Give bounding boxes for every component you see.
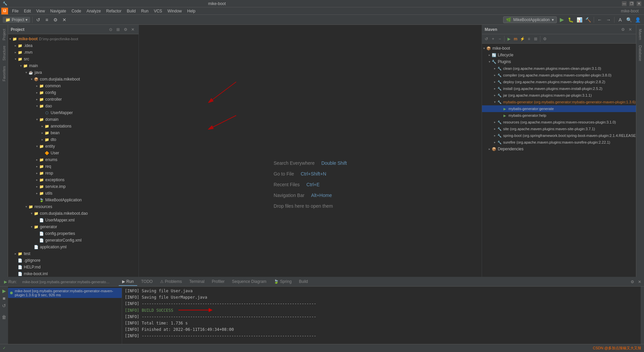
project-selector[interactable]: 📁 Project ▾ [3,17,30,23]
maven-close-btn[interactable]: ✕ [627,27,633,33]
toolbar-avatar-btn[interactable]: 👤 [634,16,641,23]
menu-run[interactable]: Run [139,8,151,14]
menu-refactor[interactable]: Refactor [104,8,124,14]
tree-item-dto[interactable]: ▸ 📁 dto [8,136,139,143]
tree-item-root[interactable]: ▾ 📁 mike-boot D:\my-project\mike-boot [8,36,139,42]
run-tab-run[interactable]: ▶ Run [119,278,137,286]
toolbar-sync-btn[interactable]: ↺ [35,16,42,23]
run-process-label[interactable]: mike-boot [org.mybatis.generator:mybatis… [19,280,113,284]
maven-item-install[interactable]: ▸ 🔧 install (org.apache.maven.plugins:ma… [482,85,636,92]
menu-code[interactable]: Code [69,8,84,14]
tree-item-resources[interactable]: ▾ 📁 resources [8,203,139,210]
tree-item-test[interactable]: ▸ 📁 test [8,250,139,257]
menu-navigate[interactable]: Navigate [48,8,69,14]
maven-item-root[interactable]: ▾ 📦 mike-boot [482,45,636,52]
tree-item-utils[interactable]: ▸ 📁 utils [8,190,139,197]
maven-tree-view-btn[interactable]: ⊞ [533,36,539,42]
maven-item-jar[interactable]: ▸ 🔧 jar (org.apache.maven.plugins:maven-… [482,92,636,99]
maven-run-btn[interactable]: ▶ [506,36,512,42]
run-button[interactable]: ▶ [558,16,566,23]
maven-remove-btn[interactable]: − [497,36,503,42]
menu-vcs[interactable]: VCS [151,8,165,14]
tree-item-generator-xml[interactable]: ▸ 📄 generatorConfig.xml [8,237,139,244]
left-tab-structure[interactable]: Structure [1,43,7,63]
maven-item-clean[interactable]: ▸ 🔧 clean (org.apache.maven.plugins:mave… [482,65,636,72]
tree-item-src[interactable]: ▾ 📁 src [8,56,139,62]
tree-item-pkg-root[interactable]: ▾ 📦 com.duojiala.mikeboot [8,76,139,83]
tree-item-mikeboottapp[interactable]: ▸ 🍃 MikeBootApplication [8,197,139,203]
maven-item-surefire[interactable]: ▸ 🔧 surefire (org.apache.maven.plugins:m… [482,139,636,146]
run-stop-btn[interactable]: ■ [1,295,7,301]
tree-item-mikebootiml[interactable]: ▸ 📄 mike-boot.iml [8,270,139,277]
debug-button[interactable]: 🐛 [567,16,574,23]
maven-m-btn[interactable]: m [513,36,519,42]
menu-edit[interactable]: Edit [21,8,34,14]
maven-item-generate[interactable]: ▸ ▶ mybatis-generator:generate [482,105,636,112]
maven-item-dependencies[interactable]: ▸ 📦 Dependencies [482,146,636,152]
tree-item-dao-res-pkg[interactable]: ▾ 📁 com.duojiala.mikeboot.dao [8,210,139,217]
toolbar-tree-btn[interactable]: ≡ [43,16,51,23]
maven-toggle-btn[interactable]: ≡ [526,36,532,42]
maven-refresh-btn[interactable]: ↺ [483,36,489,42]
left-tab-favorites[interactable]: Favorites [1,63,7,84]
tree-item-main[interactable]: ▾ 📁 main [8,62,139,69]
run-tab-spring[interactable]: 🍃 Spring [270,278,295,286]
tree-item-dao[interactable]: ▾ 📁 dao [8,103,139,109]
tree-item-enums[interactable]: ▸ 📁 enums [8,156,139,163]
maven-item-deploy[interactable]: ▸ 🔧 deploy (org.apache.maven.plugins:mav… [482,79,636,85]
maven-item-site[interactable]: ▸ 🔧 site (org.apache.maven.plugins:maven… [482,125,636,132]
tree-item-java[interactable]: ▾ ☕ java [8,69,139,76]
tree-item-domain[interactable]: ▾ 📁 domain [8,116,139,123]
run-settings-btn[interactable]: ⚙ [629,279,635,285]
tree-item-usermapper[interactable]: ▸ ⬡ UserMapper [8,109,139,116]
panel-settings[interactable]: ⚙ [122,27,128,33]
maven-settings-btn[interactable]: ⚙ [620,27,626,33]
run-play-btn[interactable]: ▶ [1,288,7,294]
maximize-button[interactable]: ❐ [629,1,634,6]
run-tab-profiler[interactable]: Profiler [209,278,228,286]
right-tab-maven[interactable]: Maven [637,26,644,43]
tree-item-annotations[interactable]: ▸ 📁 annotations [8,123,139,130]
left-tab-project[interactable]: Project [1,26,7,43]
run-tab-todo[interactable]: TODO [138,278,156,286]
maven-item-spring-boot[interactable]: ▸ 🔧 spring-boot (org.springframework.boo… [482,132,636,139]
panel-close[interactable]: ✕ [130,27,136,33]
coverage-button[interactable]: 📊 [576,16,583,23]
tree-item-common[interactable]: ▸ 📁 common [8,83,139,89]
tree-item-usermapper-xml[interactable]: ▸ 📄 UserMapper.xml [8,217,139,223]
toolbar-close-btn[interactable]: ✕ [61,16,68,23]
menu-analyze[interactable]: Analyze [84,8,104,14]
tree-item-config[interactable]: ▸ 📁 config [8,89,139,96]
toolbar-settings-btn[interactable]: ⚙ [52,16,59,23]
tree-item-resp[interactable]: ▸ 📁 resp [8,170,139,177]
tree-item-req[interactable]: ▸ 📁 req [8,163,139,170]
run-restart-btn[interactable]: ↺ [1,303,7,309]
tree-item-entity[interactable]: ▾ 📁 entity [8,143,139,150]
maven-item-mybatis-gen[interactable]: ▾ 🔧 mybatis-generator (org.mybatis.gener… [482,99,636,105]
run-tab-problems[interactable]: ⚠ Problems [157,278,185,286]
tree-item-application-yml[interactable]: ▸ 📄 application.yml [8,244,139,250]
maven-item-resources[interactable]: ▸ 🔧 resources (org.apache.maven.plugins:… [482,119,636,125]
tree-item-user[interactable]: ▸ 🔶 User [8,150,139,156]
maven-add-btn[interactable]: + [490,36,496,42]
maven-item-compiler[interactable]: ▸ 🔧 compiler (org.apache.maven.plugins:m… [482,72,636,79]
tree-item-helpmd[interactable]: ▸ 📄 HELP.md [8,264,139,270]
menu-help[interactable]: Help [184,8,198,14]
run-clear-btn[interactable]: 🗑 [1,314,7,320]
toolbar-translate-btn[interactable]: A [616,16,624,23]
tree-item-bean[interactable]: ▸ 📁 bean [8,130,139,136]
close-button[interactable]: ✕ [637,1,641,6]
tree-item-gitignore[interactable]: ▸ 📄 .gitignore [8,257,139,264]
maven-item-lifecycle[interactable]: ▸ 🔄 Lifecycle [482,52,636,58]
right-tab-database[interactable]: Database [637,43,644,64]
toolbar-build-btn[interactable]: 🔨 [584,16,592,23]
menu-window[interactable]: Window [165,8,184,14]
maven-skip-btn[interactable]: ⚡ [519,36,525,42]
menu-build[interactable]: Build [124,8,139,14]
panel-scroll-from-source[interactable]: ⊙ [108,27,114,33]
maven-item-help[interactable]: ▸ ▶ mybatis-generator:help [482,112,636,119]
tree-item-controller[interactable]: ▸ 📁 controller [8,96,139,103]
tree-item-service-imp[interactable]: ▸ 📁 service.imp [8,183,139,190]
run-vertical-scrollbar[interactable] [641,287,644,344]
tree-item-config-props[interactable]: ▸ 📄 config.properties [8,230,139,237]
